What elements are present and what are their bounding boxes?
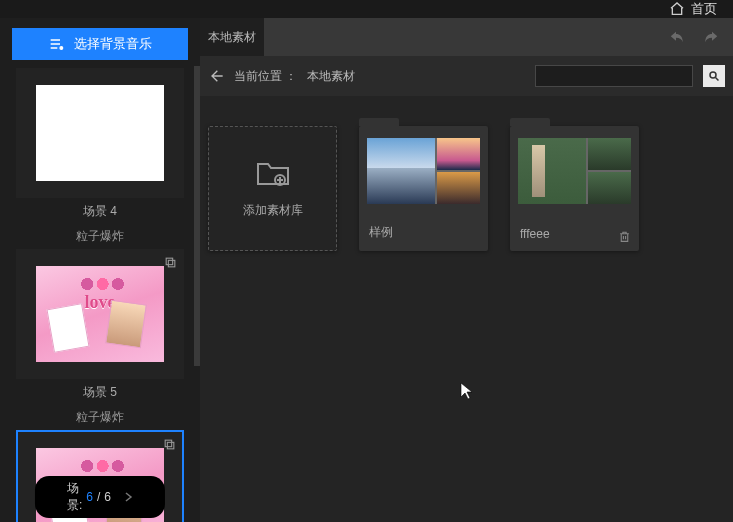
svg-rect-3 [167,442,174,449]
breadcrumb-path[interactable]: 本地素材 [307,68,355,85]
svg-rect-1 [168,260,175,267]
svg-rect-2 [166,258,173,265]
add-library-card[interactable]: 添加素材库 [208,126,337,251]
choose-music-button[interactable]: 选择背景音乐 [12,28,188,60]
redo-icon[interactable] [703,28,721,46]
scene-effect-label: 粒子爆炸 [8,228,192,245]
counter-sep: / [97,490,100,504]
add-library-label: 添加素材库 [243,202,303,219]
folder-add-icon [256,158,290,188]
scene-title: 场景 4 [8,203,192,220]
scene-effect-label: 粒子爆炸 [8,409,192,426]
svg-point-5 [710,72,716,78]
tab-label: 本地素材 [208,29,256,46]
scene-thumbnail: love [36,266,164,362]
counter-current: 6 [86,490,93,504]
cursor-icon [460,382,474,400]
svg-point-0 [60,47,63,50]
folder-preview [518,138,631,204]
copy-icon[interactable] [164,256,177,269]
svg-rect-4 [165,440,172,447]
scene-title: 场景 5 [8,384,192,401]
back-icon[interactable] [208,68,224,84]
scene-sidebar: 选择背景音乐 场景 4 粒子爆炸 love 场景 5 [0,18,200,522]
counter-total: 6 [104,490,111,504]
tab-local-assets[interactable]: 本地素材 [200,18,264,56]
search-button[interactable] [703,65,725,87]
scene-item[interactable]: 场景 4 [8,68,192,220]
counter-prefix: 场景: [67,480,82,514]
scene-item[interactable]: 粒子爆炸 love 场景 5 [8,228,192,401]
content-area: 本地素材 当前位置 ： 本地素材 [200,18,733,522]
home-link[interactable]: 首页 [691,0,717,18]
undo-icon[interactable] [667,28,685,46]
scene-thumbnail [36,85,164,181]
folder-name: fffeee [520,227,550,241]
search-input[interactable] [535,65,693,87]
trash-icon[interactable] [618,230,631,243]
breadcrumb-prefix: 当前位置 ： [234,68,297,85]
music-icon [48,36,64,52]
folder-card[interactable]: 样例 [359,126,488,251]
tab-actions [264,18,733,56]
folder-name: 样例 [369,224,393,241]
folder-preview [367,138,480,204]
chevron-right-icon[interactable] [125,492,133,502]
home-icon[interactable] [669,1,685,17]
scene-counter: 场景: 6 / 6 [35,476,165,518]
folder-card[interactable]: fffeee [510,126,639,251]
choose-music-label: 选择背景音乐 [74,35,152,53]
copy-icon[interactable] [163,438,176,451]
